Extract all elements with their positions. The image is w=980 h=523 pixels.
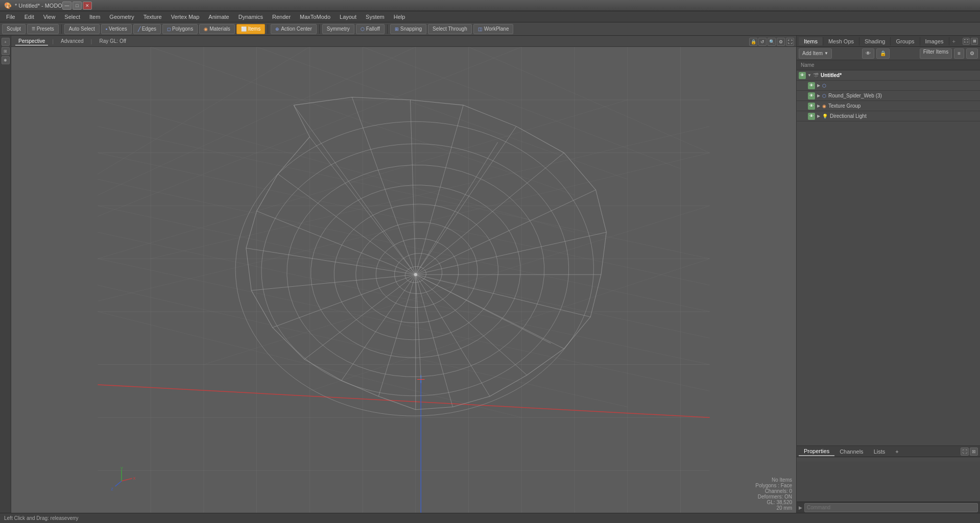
command-label: ▶ [799, 505, 802, 510]
svg-line-51 [416, 275, 590, 317]
visibility-button[interactable]: 👁 [799, 72, 806, 79]
vp-settings-button[interactable]: ⚙ [777, 38, 785, 46]
list-item[interactable]: 👁 ▶ 💡 Directional Light [797, 111, 980, 121]
svg-line-59 [304, 275, 416, 359]
mesh-ops-tab[interactable]: Mesh Ops [823, 37, 859, 45]
left-tool-2[interactable]: ⊞ [2, 47, 10, 55]
perspective-tab[interactable]: Perspective [15, 37, 48, 45]
menu-animate[interactable]: Animate [204, 13, 233, 21]
menu-file[interactable]: File [2, 13, 19, 21]
main-toolbar: Sculpt ☰ Presets Auto Select ▪ Vertices … [0, 22, 980, 36]
list-item[interactable]: 👁 ▼ 🎬 Untitled* [797, 70, 980, 81]
filter-items-button[interactable]: Filter Items [920, 48, 952, 59]
menu-geometry[interactable]: Geometry [105, 13, 138, 21]
left-tool-3[interactable]: ✱ [2, 56, 10, 64]
menu-layout[interactable]: Layout [336, 13, 361, 21]
item-name-directional-light: Directional Light [830, 113, 978, 119]
action-center-button[interactable]: ⊕ Action Center [271, 24, 317, 34]
images-tab[interactable]: Images [920, 37, 949, 45]
svg-point-78 [414, 273, 417, 276]
left-tool-1[interactable]: + [2, 38, 10, 46]
mesh-icon: ⬡ [822, 93, 826, 98]
shading-tab[interactable]: Shading [859, 37, 891, 45]
vp-expand-button[interactable]: ⛶ [786, 38, 794, 46]
list-item[interactable]: 👁 ▶ ⬡ [797, 81, 980, 91]
lists-tab[interactable]: Lists [869, 447, 891, 456]
list-item[interactable]: 👁 ▶ ⬡ Round_Spider_Web (3) [797, 91, 980, 101]
vertices-button[interactable]: ▪ Vertices [101, 24, 132, 34]
panel-expand-button[interactable]: ⛶ [963, 38, 970, 45]
menu-vertex-map[interactable]: Vertex Map [167, 13, 204, 21]
svg-line-19 [98, 206, 709, 338]
panel-collapse-button[interactable]: ⊠ [971, 38, 978, 45]
workplane-button[interactable]: ◫ WorkPlane [473, 24, 514, 34]
svg-line-44 [410, 100, 415, 275]
menu-maxtomodo[interactable]: MaxToModo [296, 13, 334, 21]
eye-button[interactable]: 👁 [862, 48, 874, 59]
expand-icon[interactable]: ▶ [816, 104, 821, 109]
expand-icon[interactable]: ▶ [816, 114, 821, 119]
snapping-button[interactable]: ⊞ Snapping [390, 24, 426, 34]
visibility-button[interactable]: 👁 [808, 103, 815, 110]
properties-expand-button[interactable]: ⛶ [961, 447, 969, 456]
menu-system[interactable]: System [362, 13, 389, 21]
advanced-tab[interactable]: Advanced [58, 37, 86, 45]
svg-line-22 [98, 153, 709, 285]
select-through-button[interactable]: Select Through [428, 24, 472, 34]
vp-refresh-button[interactable]: ↺ [758, 38, 767, 46]
viewport-svg: x y z [11, 47, 796, 513]
visibility-button[interactable]: 👁 [808, 82, 815, 89]
expand-icon[interactable]: ▼ [807, 73, 812, 78]
viewport-canvas[interactable]: x y z No Items Polygons : Face Channels:… [11, 47, 796, 513]
list-item[interactable]: 👁 ▶ ◉ Texture Group [797, 101, 980, 111]
menu-view[interactable]: View [39, 13, 60, 21]
falloff-button[interactable]: ⬡ Falloff [356, 24, 385, 34]
filter-icon-button[interactable]: ≡ [954, 48, 964, 59]
polygons-button[interactable]: ◻ Polygons [162, 24, 198, 34]
toolbar-separator-1 [61, 24, 62, 34]
auto-select-button[interactable]: Auto Select [64, 24, 100, 34]
items-button[interactable]: ⬜ Items [236, 24, 265, 34]
presets-button[interactable]: ☰ Presets [27, 24, 59, 34]
settings-icon-button[interactable]: ⚙ [966, 48, 978, 59]
minimize-button[interactable]: — [62, 2, 71, 10]
edges-button[interactable]: ╱ Edges [133, 24, 161, 34]
sculpt-button[interactable]: Sculpt [2, 24, 26, 34]
properties-panel-controls: ⛶ ⊠ [961, 447, 978, 456]
properties-tab[interactable]: Properties [799, 447, 834, 456]
menu-texture[interactable]: Texture [139, 13, 166, 21]
lock-button[interactable]: 🔒 [876, 48, 890, 59]
menu-edit[interactable]: Edit [20, 13, 38, 21]
ray-gl-status[interactable]: Ray GL: Off [96, 37, 129, 45]
materials-button[interactable]: ◉ Materials [199, 24, 235, 34]
items-tab[interactable]: Items [799, 37, 823, 45]
viewport-controls: 🔒 ↺ 🔍 ⚙ ⛶ [749, 38, 794, 46]
left-sidebar: + ⊞ ✱ [0, 36, 11, 513]
visibility-button[interactable]: 👁 [808, 92, 815, 99]
visibility-button[interactable]: 👁 [808, 113, 815, 120]
vp-search-button[interactable]: 🔍 [768, 38, 776, 46]
groups-tab[interactable]: Groups [891, 37, 920, 45]
svg-point-73 [329, 198, 503, 345]
properties-panel: Properties Channels Lists + ⛶ ⊠ [797, 445, 980, 502]
menu-render[interactable]: Render [268, 13, 295, 21]
add-properties-tab[interactable]: + [890, 447, 903, 456]
symmetry-button[interactable]: Symmetry [322, 24, 354, 34]
menu-help[interactable]: Help [390, 13, 410, 21]
properties-collapse-button[interactable]: ⊠ [970, 447, 978, 456]
svg-line-23 [98, 127, 709, 259]
svg-text:z: z [111, 486, 113, 491]
command-input[interactable] [804, 503, 978, 512]
expand-icon[interactable]: ▶ [816, 83, 821, 88]
menu-select[interactable]: Select [60, 13, 84, 21]
vp-lock-button[interactable]: 🔒 [749, 38, 757, 46]
maximize-button[interactable]: □ [73, 2, 82, 10]
menu-item[interactable]: Item [85, 13, 104, 21]
app-icon: 🎨 [4, 2, 12, 9]
channels-tab[interactable]: Channels [834, 447, 868, 456]
add-item-button[interactable]: Add Item ▼ [799, 48, 832, 59]
close-button[interactable]: ✕ [83, 2, 92, 10]
menu-dynamics[interactable]: Dynamics [234, 13, 267, 21]
expand-icon[interactable]: ▶ [816, 93, 821, 98]
add-panel-tab[interactable]: + [949, 37, 959, 45]
